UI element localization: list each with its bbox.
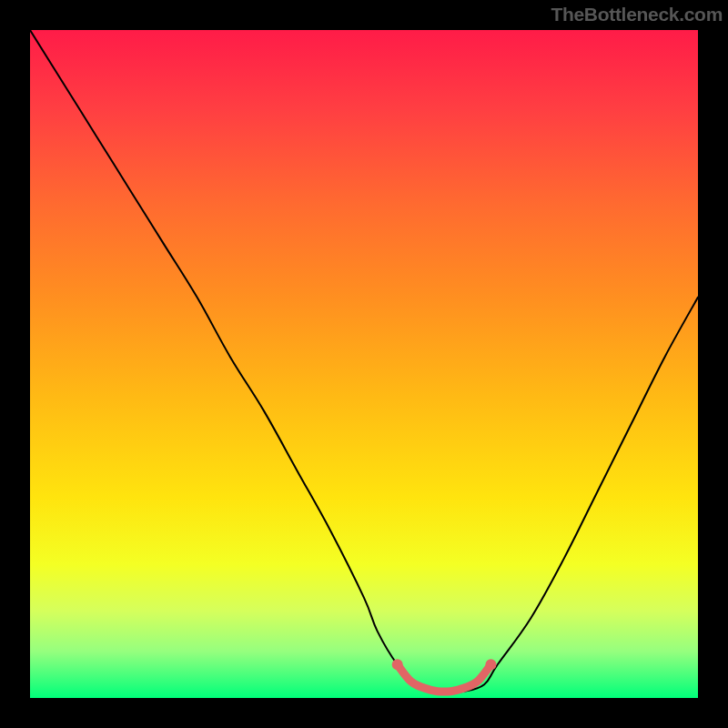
attribution-label: TheBottleneck.com [551,4,723,25]
bottleneck-curve-path [30,30,698,692]
plot-area [30,30,698,698]
chart-frame: TheBottleneck.com [0,0,728,728]
bottleneck-curve [30,30,698,698]
optimal-endpoint-1 [485,659,496,670]
optimal-endpoint-0 [392,659,403,670]
